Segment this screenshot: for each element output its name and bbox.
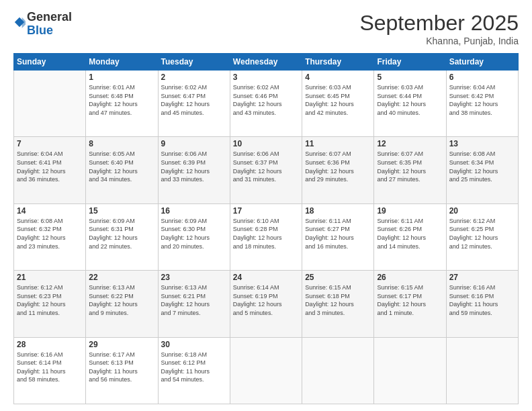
day-number: 1 — [89, 73, 154, 82]
calendar-week-row: 21Sunrise: 6:12 AMSunset: 6:23 PMDayligh… — [14, 271, 519, 337]
calendar-cell — [302, 337, 374, 404]
calendar-week-row: 14Sunrise: 6:08 AMSunset: 6:32 PMDayligh… — [14, 203, 519, 270]
day-number: 5 — [377, 73, 443, 82]
calendar-cell: 14Sunrise: 6:08 AMSunset: 6:32 PMDayligh… — [14, 203, 86, 270]
day-info: Sunrise: 6:11 AMSunset: 6:26 PMDaylight:… — [377, 217, 443, 250]
calendar-cell: 26Sunrise: 6:15 AMSunset: 6:17 PMDayligh… — [374, 271, 446, 337]
calendar-day-header: Tuesday — [158, 54, 230, 71]
calendar-cell: 9Sunrise: 6:06 AMSunset: 6:39 PMDaylight… — [158, 137, 230, 203]
day-number: 7 — [17, 139, 83, 148]
calendar-day-header: Wednesday — [230, 54, 302, 71]
day-info: Sunrise: 6:11 AMSunset: 6:27 PMDaylight:… — [305, 217, 371, 250]
day-number: 11 — [305, 139, 371, 148]
day-number: 30 — [161, 340, 227, 349]
day-number: 29 — [89, 340, 154, 349]
day-info: Sunrise: 6:15 AMSunset: 6:18 PMDaylight:… — [305, 283, 371, 317]
day-number: 4 — [305, 73, 371, 82]
calendar-day-header: Friday — [374, 54, 446, 71]
calendar-cell: 17Sunrise: 6:10 AMSunset: 6:28 PMDayligh… — [230, 203, 302, 270]
calendar-cell — [374, 337, 446, 404]
calendar-cell: 5Sunrise: 6:03 AMSunset: 6:44 PMDaylight… — [374, 71, 446, 137]
day-info: Sunrise: 6:06 AMSunset: 6:39 PMDaylight:… — [161, 150, 227, 183]
logo: General Blue — [13, 11, 72, 38]
day-number: 13 — [449, 139, 515, 148]
calendar-cell: 3Sunrise: 6:02 AMSunset: 6:46 PMDaylight… — [230, 71, 302, 137]
day-number: 24 — [233, 273, 299, 282]
svg-marker-1 — [22, 17, 26, 28]
day-number: 27 — [449, 273, 515, 282]
day-info: Sunrise: 6:12 AMSunset: 6:25 PMDaylight:… — [449, 217, 515, 250]
calendar-cell: 25Sunrise: 6:15 AMSunset: 6:18 PMDayligh… — [302, 271, 374, 337]
calendar-cell: 21Sunrise: 6:12 AMSunset: 6:23 PMDayligh… — [14, 271, 86, 337]
calendar-day-header: Monday — [86, 54, 158, 71]
location: Khanna, Punjab, India — [359, 36, 519, 46]
calendar-cell: 28Sunrise: 6:16 AMSunset: 6:14 PMDayligh… — [14, 337, 86, 404]
month-title: September 2025 — [359, 11, 519, 36]
day-info: Sunrise: 6:13 AMSunset: 6:22 PMDaylight:… — [89, 283, 154, 317]
day-info: Sunrise: 6:07 AMSunset: 6:35 PMDaylight:… — [377, 150, 443, 183]
day-number: 26 — [377, 273, 443, 282]
day-number: 18 — [305, 206, 371, 216]
day-number: 28 — [17, 340, 83, 349]
day-info: Sunrise: 6:03 AMSunset: 6:45 PMDaylight:… — [305, 83, 371, 117]
calendar-cell: 20Sunrise: 6:12 AMSunset: 6:25 PMDayligh… — [446, 203, 518, 270]
calendar-cell: 22Sunrise: 6:13 AMSunset: 6:22 PMDayligh… — [86, 271, 158, 337]
day-info: Sunrise: 6:16 AMSunset: 6:16 PMDaylight:… — [449, 283, 515, 317]
calendar-day-header: Thursday — [302, 54, 374, 71]
day-info: Sunrise: 6:15 AMSunset: 6:17 PMDaylight:… — [377, 283, 443, 317]
logo-blue-text: Blue — [27, 24, 53, 37]
day-info: Sunrise: 6:02 AMSunset: 6:47 PMDaylight:… — [161, 83, 227, 117]
day-number: 12 — [377, 139, 443, 148]
day-number: 25 — [305, 273, 371, 282]
day-number: 20 — [449, 206, 515, 216]
day-number: 21 — [17, 273, 83, 282]
day-info: Sunrise: 6:14 AMSunset: 6:19 PMDaylight:… — [233, 283, 299, 317]
calendar-header-row: SundayMondayTuesdayWednesdayThursdayFrid… — [14, 54, 519, 71]
day-number: 23 — [161, 273, 227, 282]
calendar-cell: 18Sunrise: 6:11 AMSunset: 6:27 PMDayligh… — [302, 203, 374, 270]
calendar-table: SundayMondayTuesdayWednesdayThursdayFrid… — [13, 53, 519, 404]
day-number: 10 — [233, 139, 299, 148]
day-number: 3 — [233, 73, 299, 82]
calendar-week-row: 7Sunrise: 6:04 AMSunset: 6:41 PMDaylight… — [14, 137, 519, 203]
calendar-cell — [230, 337, 302, 404]
day-info: Sunrise: 6:10 AMSunset: 6:28 PMDaylight:… — [233, 217, 299, 250]
day-number: 8 — [89, 139, 154, 148]
day-info: Sunrise: 6:04 AMSunset: 6:42 PMDaylight:… — [449, 83, 515, 117]
calendar-cell: 6Sunrise: 6:04 AMSunset: 6:42 PMDaylight… — [446, 71, 518, 137]
day-info: Sunrise: 6:07 AMSunset: 6:36 PMDaylight:… — [305, 150, 371, 183]
day-number: 17 — [233, 206, 299, 216]
calendar-cell — [446, 337, 518, 404]
calendar-cell: 1Sunrise: 6:01 AMSunset: 6:48 PMDaylight… — [86, 71, 158, 137]
day-info: Sunrise: 6:18 AMSunset: 6:12 PMDaylight:… — [161, 351, 227, 384]
day-number: 15 — [89, 206, 154, 216]
calendar-cell: 23Sunrise: 6:13 AMSunset: 6:21 PMDayligh… — [158, 271, 230, 337]
logo-icon — [13, 16, 26, 28]
day-info: Sunrise: 6:13 AMSunset: 6:21 PMDaylight:… — [161, 283, 227, 317]
logo-general-text: General — [27, 10, 72, 24]
calendar-cell: 12Sunrise: 6:07 AMSunset: 6:35 PMDayligh… — [374, 137, 446, 203]
calendar-day-header: Saturday — [446, 54, 518, 71]
calendar-cell: 27Sunrise: 6:16 AMSunset: 6:16 PMDayligh… — [446, 271, 518, 337]
day-info: Sunrise: 6:04 AMSunset: 6:41 PMDaylight:… — [17, 150, 83, 183]
calendar-cell: 15Sunrise: 6:09 AMSunset: 6:31 PMDayligh… — [86, 203, 158, 270]
day-info: Sunrise: 6:06 AMSunset: 6:37 PMDaylight:… — [233, 150, 299, 183]
day-number: 22 — [89, 273, 154, 282]
header: General Blue September 2025 Khanna, Punj… — [13, 11, 519, 46]
day-info: Sunrise: 6:08 AMSunset: 6:32 PMDaylight:… — [17, 217, 83, 250]
calendar-cell: 16Sunrise: 6:09 AMSunset: 6:30 PMDayligh… — [158, 203, 230, 270]
calendar-cell: 2Sunrise: 6:02 AMSunset: 6:47 PMDaylight… — [158, 71, 230, 137]
calendar-cell: 4Sunrise: 6:03 AMSunset: 6:45 PMDaylight… — [302, 71, 374, 137]
calendar-day-header: Sunday — [14, 54, 86, 71]
calendar-cell: 10Sunrise: 6:06 AMSunset: 6:37 PMDayligh… — [230, 137, 302, 203]
day-info: Sunrise: 6:05 AMSunset: 6:40 PMDaylight:… — [89, 150, 154, 183]
title-block: September 2025 Khanna, Punjab, India — [359, 11, 519, 46]
calendar-cell: 7Sunrise: 6:04 AMSunset: 6:41 PMDaylight… — [14, 137, 86, 203]
day-info: Sunrise: 6:08 AMSunset: 6:34 PMDaylight:… — [449, 150, 515, 183]
day-number: 16 — [161, 206, 227, 216]
day-info: Sunrise: 6:09 AMSunset: 6:30 PMDaylight:… — [161, 217, 227, 250]
calendar-week-row: 28Sunrise: 6:16 AMSunset: 6:14 PMDayligh… — [14, 337, 519, 404]
day-number: 6 — [449, 73, 515, 82]
day-info: Sunrise: 6:12 AMSunset: 6:23 PMDaylight:… — [17, 283, 83, 317]
calendar-week-row: 1Sunrise: 6:01 AMSunset: 6:48 PMDaylight… — [14, 71, 519, 137]
